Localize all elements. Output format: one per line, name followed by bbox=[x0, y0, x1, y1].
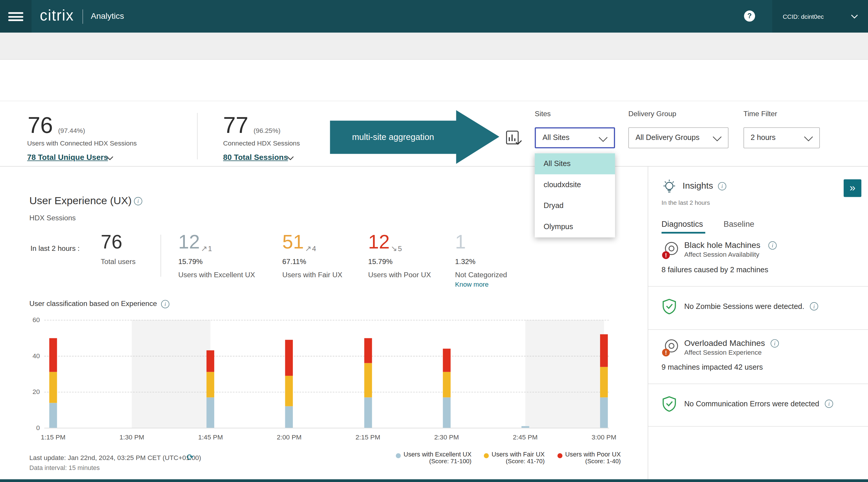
sites-select[interactable]: All Sites bbox=[535, 127, 615, 149]
x-axis-label: 1:15 PM bbox=[34, 433, 72, 441]
x-axis-label: 2:00 PM bbox=[270, 433, 309, 441]
tab-diagnostics[interactable]: Diagnostics bbox=[661, 220, 703, 228]
ux-info-icon[interactable]: i bbox=[134, 197, 142, 205]
ux-subtitle: HDX Sessions bbox=[29, 214, 76, 222]
legend-dot bbox=[484, 453, 489, 458]
bar-segment[interactable] bbox=[522, 426, 529, 428]
insight-card-message: No Communication Errors were detected bbox=[684, 399, 819, 408]
sites-dropdown-menu: All Sites cloudxdsite Dryad Olympus bbox=[535, 154, 615, 237]
chart-plot: 02040601:15 PM1:30 PM1:45 PM2:00 PM2:15 … bbox=[44, 320, 609, 428]
time-filter-select-value: 2 hours bbox=[751, 133, 776, 142]
excellent-ux-value: 12 bbox=[178, 231, 199, 253]
poor-ux-value: 12 bbox=[368, 231, 390, 253]
chevron-down-icon bbox=[851, 14, 858, 19]
legend-dot bbox=[558, 453, 562, 458]
svg-text:multi-site aggregation: multi-site aggregation bbox=[352, 132, 434, 142]
bar-segment[interactable] bbox=[364, 338, 372, 363]
multi-site-report-icon[interactable] bbox=[505, 129, 522, 146]
y-axis-label: 0 bbox=[22, 424, 40, 431]
bar-segment[interactable] bbox=[285, 340, 293, 376]
legend-excellent[interactable]: Users with Excellent UX (Score: 71-100) bbox=[396, 451, 471, 464]
x-axis-label: 3:00 PM bbox=[585, 433, 623, 441]
svg-text:!: ! bbox=[665, 252, 667, 258]
info-icon[interactable]: i bbox=[768, 242, 776, 250]
not-categorized-pct: 1.32% bbox=[455, 257, 476, 265]
poor-ux-label: Users with Poor UX bbox=[368, 270, 431, 279]
total-unique-users-link[interactable]: 78 Total Unique Users bbox=[27, 153, 108, 162]
machine-alert-warning-icon: ! bbox=[661, 339, 680, 358]
sites-filter-label: Sites bbox=[535, 110, 551, 118]
excellent-ux-pct: 15.79% bbox=[178, 257, 203, 265]
account-label: CCID: dcint0ec bbox=[783, 13, 824, 20]
delivery-group-select[interactable]: All Delivery Groups bbox=[628, 127, 728, 149]
total-sessions-link[interactable]: 80 Total Sessions bbox=[223, 153, 288, 162]
collapse-panel-button[interactable]: » bbox=[844, 179, 861, 197]
bar-segment[interactable] bbox=[49, 338, 57, 372]
bar-segment[interactable] bbox=[49, 372, 57, 403]
card-separator bbox=[648, 383, 868, 384]
legend-poor[interactable]: Users with Poor UX (Score: 1-40) bbox=[558, 451, 621, 464]
bar-segment[interactable] bbox=[600, 367, 608, 397]
multi-site-aggregation-annotation: multi-site aggregation bbox=[330, 109, 499, 165]
bar-segment[interactable] bbox=[443, 397, 451, 428]
bar-segment[interactable] bbox=[285, 376, 293, 406]
sites-option-cloudxdsite[interactable]: cloudxdsite bbox=[535, 174, 615, 195]
account-menu[interactable]: CCID: dcint0ec bbox=[772, 0, 868, 33]
hamburger-menu-icon[interactable] bbox=[8, 12, 23, 21]
bottom-bar bbox=[0, 479, 868, 482]
chevron-down-icon bbox=[287, 156, 294, 160]
fair-ux-pct: 67.11% bbox=[282, 257, 306, 265]
connected-sessions-value: 77 bbox=[223, 113, 248, 138]
bar-segment[interactable] bbox=[364, 397, 372, 428]
stat-divider bbox=[197, 113, 198, 159]
sites-option-dryad[interactable]: Dryad bbox=[535, 195, 615, 217]
total-users-value: 76 bbox=[101, 231, 122, 253]
last-update-text: Last update: Jan 22nd, 2024, 03:25 PM CE… bbox=[29, 454, 201, 461]
bar-segment[interactable] bbox=[285, 406, 293, 428]
connected-users-pct: (97.44%) bbox=[58, 127, 85, 134]
metric-divider bbox=[160, 235, 161, 277]
bar-segment[interactable] bbox=[207, 351, 214, 372]
connected-users-caption: Users with Connected HDX Sessions bbox=[27, 139, 137, 147]
info-icon[interactable]: i bbox=[810, 302, 818, 310]
bar-segment[interactable] bbox=[443, 349, 451, 372]
gridline bbox=[44, 428, 609, 428]
help-icon[interactable]: ? bbox=[744, 10, 755, 22]
page-tabs: Users Infrastructure Reports (Preview) A… bbox=[0, 60, 868, 101]
insights-panel-divider bbox=[648, 167, 648, 480]
period-label: In last 2 hours : bbox=[31, 244, 80, 252]
svg-text:!: ! bbox=[665, 349, 667, 356]
legend-fair[interactable]: Users with Fair UX (Score: 41-70) bbox=[484, 451, 545, 464]
connected-sessions-caption: Connected HDX Sessions bbox=[223, 139, 300, 147]
sites-option-olympus[interactable]: Olympus bbox=[535, 217, 615, 237]
sites-option-all-sites[interactable]: All Sites bbox=[535, 154, 615, 174]
poor-ux-pct: 15.79% bbox=[368, 257, 393, 265]
card-separator bbox=[648, 329, 868, 330]
bar-segment[interactable] bbox=[600, 334, 608, 366]
sites-select-value: All Sites bbox=[542, 133, 569, 142]
know-more-link[interactable]: Know more bbox=[455, 281, 489, 288]
time-filter-select[interactable]: 2 hours bbox=[744, 127, 820, 149]
refresh-icon[interactable]: ⟳ bbox=[187, 452, 194, 462]
bar-segment[interactable] bbox=[600, 397, 608, 428]
connected-sessions-pct: (96.25%) bbox=[253, 127, 281, 134]
bar-segment[interactable] bbox=[364, 363, 372, 397]
insight-card-title[interactable]: Overloaded Machines bbox=[684, 338, 765, 348]
bar-segment[interactable] bbox=[207, 372, 214, 397]
info-icon[interactable]: i bbox=[825, 399, 833, 408]
chart-info-icon[interactable]: i bbox=[161, 300, 169, 308]
bar-segment[interactable] bbox=[207, 397, 214, 428]
bar-segment[interactable] bbox=[49, 403, 57, 428]
info-icon[interactable]: i bbox=[771, 339, 779, 347]
insight-card-title[interactable]: Black hole Machines bbox=[684, 240, 761, 250]
insights-info-icon[interactable]: i bbox=[718, 182, 726, 190]
gridline bbox=[44, 356, 609, 356]
ux-section-title: User Experience (UX) bbox=[29, 195, 132, 207]
tab-baseline[interactable]: Baseline bbox=[724, 220, 754, 228]
chevron-down-icon bbox=[598, 137, 608, 142]
citrix-logo: citrix bbox=[40, 7, 74, 24]
summary-strip: 76 (97.44%) Users with Connected HDX Ses… bbox=[0, 101, 868, 167]
bar-segment[interactable] bbox=[443, 372, 451, 397]
diagnostics-tab-underline bbox=[661, 232, 705, 233]
excellent-ux-trend: ↗1 bbox=[201, 244, 212, 253]
